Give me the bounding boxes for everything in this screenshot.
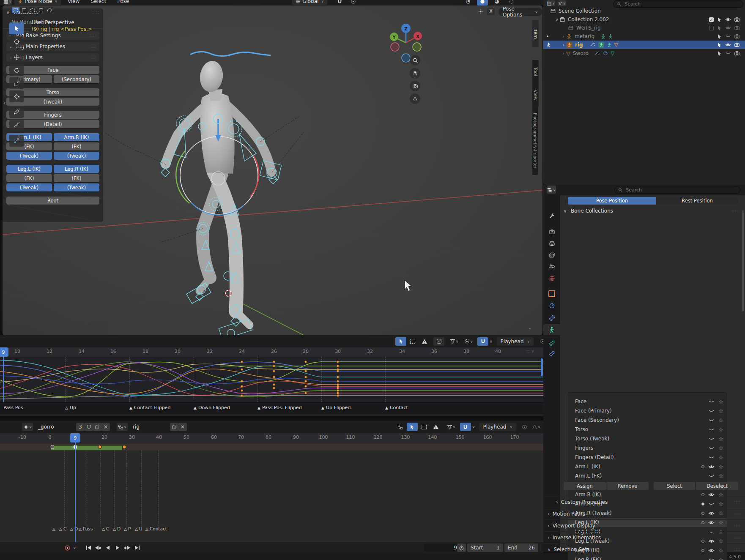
- expand-chevron-icon[interactable]: ⌃: [528, 328, 531, 332]
- tab-render-icon[interactable]: [543, 226, 560, 237]
- pose-marker[interactable]: U: [135, 526, 142, 532]
- editor-type-icon[interactable]: ∨: [547, 186, 556, 194]
- menu-pose[interactable]: Pose: [113, 0, 133, 4]
- properties-panel-header[interactable]: Viewport Display ::::: [543, 519, 745, 531]
- tool-cursor-icon[interactable]: [9, 36, 24, 47]
- expand-chevron-icon[interactable]: ›: [561, 51, 566, 56]
- playhead-line[interactable]: [75, 443, 76, 542]
- properties-panel-header[interactable]: Motion Paths ::::: [543, 508, 745, 519]
- bone-collection-row[interactable]: Face ☆: [568, 397, 727, 406]
- unlink-slot-icon[interactable]: ×: [178, 423, 187, 431]
- new-action-copy-icon[interactable]: [93, 423, 101, 431]
- select-cursor-icon[interactable]: [407, 423, 418, 431]
- pose-marker[interactable]: Pass: [79, 526, 93, 532]
- properties-panel-header[interactable]: Inverse Kinematics ::::: [543, 531, 745, 543]
- sidebar-collapse-icon[interactable]: ‹: [3, 98, 6, 109]
- graph-ruler[interactable]: 10121416182022242628303234363840 9 ::: ∨: [0, 347, 543, 357]
- zoom-icon[interactable]: [410, 55, 420, 66]
- favorite-toggle[interactable]: ☆: [718, 436, 723, 442]
- jump-to-end-button[interactable]: [132, 544, 142, 552]
- pose-marker[interactable]: D: [70, 526, 78, 532]
- box-select-icon[interactable]: [419, 423, 430, 431]
- visibility-toggle[interactable]: [708, 473, 715, 479]
- assign-button[interactable]: Assign: [564, 482, 606, 490]
- tab-object-data-icon[interactable]: [543, 324, 560, 335]
- outliner-row-metarig[interactable]: › metarig: [543, 32, 745, 41]
- timeline-marker[interactable]: Down Flipped: [194, 405, 230, 411]
- pose-position-button[interactable]: Pose Position: [568, 197, 656, 205]
- action-name-field[interactable]: _gorro: [35, 423, 75, 431]
- marker-triangle-icon[interactable]: [257, 405, 260, 411]
- gizmo-toggle-icon[interactable]: [478, 8, 484, 14]
- bone-collection-row[interactable]: Fingers ☆: [568, 443, 727, 453]
- editor-type-icon[interactable]: ▦∨: [3, 0, 12, 5]
- tab-tool[interactable]: Tool: [532, 60, 539, 84]
- tool-move-icon[interactable]: [9, 51, 24, 63]
- visibility-toggle[interactable]: [708, 557, 715, 560]
- disable-render-icon[interactable]: [734, 16, 740, 22]
- tool-breakdowner-icon[interactable]: [9, 135, 24, 147]
- marker-triangle-icon[interactable]: [79, 526, 82, 532]
- disable-render-icon[interactable]: [734, 25, 740, 31]
- keyframe[interactable]: [123, 445, 126, 449]
- fcurves[interactable]: [0, 357, 543, 402]
- properties-search[interactable]: [614, 186, 740, 194]
- shading-solid-icon[interactable]: ●: [477, 0, 488, 5]
- selectable-icon[interactable]: [717, 51, 722, 56]
- outliner-row-wgts-rig[interactable]: WGTS_rig: [543, 24, 745, 32]
- tab-physics-icon[interactable]: [543, 312, 560, 323]
- bone-collection-row[interactable]: Face (Primary) ☆: [568, 406, 727, 415]
- pose-marker[interactable]: P: [124, 526, 131, 532]
- tab-world-icon[interactable]: [543, 273, 560, 284]
- bone-collection-row[interactable]: Torso (Tweak) ☆: [568, 434, 727, 443]
- tab-item[interactable]: Item: [532, 20, 539, 47]
- timeline-marker[interactable]: Up Flipped: [321, 405, 351, 411]
- visibility-toggle[interactable]: [708, 445, 715, 451]
- deselect-button[interactable]: Deselect: [696, 482, 738, 490]
- playhead-snap-dropdown[interactable]: Playhead∨: [479, 423, 516, 431]
- marker-triangle-icon[interactable]: [113, 526, 116, 532]
- jump-to-start-button[interactable]: [84, 544, 93, 552]
- pivot-point-icon[interactable]: ∨: [463, 337, 474, 346]
- tool-measure-icon[interactable]: [9, 119, 24, 131]
- bone-collection-row[interactable]: Torso ☆: [568, 425, 727, 434]
- timeline-marker[interactable]: Up: [65, 405, 76, 411]
- expand-chevron-icon[interactable]: ›: [561, 34, 566, 39]
- favorite-toggle[interactable]: ☆: [718, 445, 723, 451]
- select-box-icon[interactable]: [20, 7, 28, 13]
- hide-viewport-icon[interactable]: [725, 25, 731, 31]
- bone-collection-row[interactable]: Face (Secondary) ☆: [568, 415, 727, 425]
- marker-strip[interactable]: Pass Pos. Up Contact Flipped Down Flippe…: [0, 402, 543, 414]
- marker-triangle-icon[interactable]: [70, 526, 73, 532]
- previous-keyframe-button[interactable]: [93, 544, 103, 552]
- properties-panel-header[interactable]: Selection Sets ::::: [543, 543, 745, 555]
- disable-render-icon[interactable]: [734, 50, 740, 56]
- collection-checkbox[interactable]: [709, 26, 714, 30]
- shading-wireframe-icon[interactable]: ◔: [463, 0, 474, 5]
- search-input[interactable]: [625, 187, 737, 193]
- outliner-row-collection[interactable]: ∨ Collection 2.002 ✓: [543, 15, 745, 24]
- tool-scale-icon[interactable]: [9, 77, 24, 89]
- navigation-gizmo[interactable]: Z Y X: [382, 16, 430, 64]
- tab-photogrammetry-importer[interactable]: Photogrammetry-Importer: [532, 107, 538, 175]
- marker-triangle-icon[interactable]: [385, 405, 388, 411]
- select-tweak-icon[interactable]: [12, 7, 19, 13]
- mode-selector[interactable]: Pose Mode∨: [14, 0, 61, 5]
- select-lasso-icon[interactable]: [37, 7, 45, 13]
- use-preview-range-icon[interactable]: [457, 544, 466, 552]
- selectable-icon[interactable]: [717, 17, 722, 22]
- timeline-marker[interactable]: Contact: [385, 405, 408, 411]
- outliner-filter-icon[interactable]: ∨: [558, 0, 566, 6]
- favorite-toggle[interactable]: ☆: [718, 557, 723, 560]
- play-button[interactable]: [113, 544, 123, 552]
- timeline-ruler[interactable]: -100203040506070809010011012013014015016…: [0, 433, 543, 443]
- next-keyframe-button[interactable]: [123, 544, 132, 552]
- collection-checkbox[interactable]: ✓: [709, 17, 714, 22]
- favorite-toggle[interactable]: ☆: [718, 408, 723, 414]
- solo-toggle[interactable]: [701, 465, 704, 468]
- current-frame-field[interactable]: 9: [424, 544, 460, 552]
- camera-view-icon[interactable]: [410, 81, 420, 91]
- marker-triangle-icon[interactable]: [124, 526, 127, 532]
- visibility-toggle[interactable]: [708, 436, 715, 442]
- keyframe[interactable]: [98, 445, 102, 449]
